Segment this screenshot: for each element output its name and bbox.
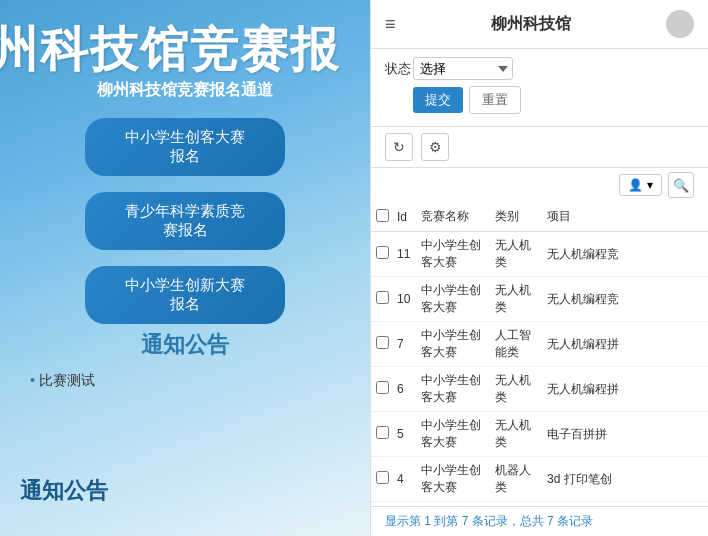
row-checkbox-cell: [371, 367, 393, 412]
pagination: 显示第 1 到第 7 条记录，总共 7 条记录: [371, 506, 708, 536]
row-id: 4: [393, 457, 417, 502]
table-row: 5 中小学生创客大赛 无人机类 电子百拼拼: [371, 412, 708, 457]
row-checkbox-2[interactable]: [376, 336, 389, 349]
register-buttons: 中小学生创客大赛报名 青少年科学素质竞赛报名 中小学生创新大赛报名: [0, 118, 370, 324]
row-id: 5: [393, 412, 417, 457]
avatar[interactable]: [666, 10, 694, 38]
submit-button[interactable]: 提交: [413, 87, 463, 113]
row-checkbox-4[interactable]: [376, 426, 389, 439]
person-icon: 👤: [628, 178, 643, 192]
row-name: 中小学生创客大赛: [417, 367, 491, 412]
right-panel: ≡ 柳州科技馆 状态 选择 提交 重置 ↻ ⚙ 👤 ▾: [370, 0, 708, 536]
row-checkbox-3[interactable]: [376, 381, 389, 394]
row-project: 无人机编程拼: [543, 367, 708, 412]
table-row: 6 中小学生创客大赛 无人机类 无人机编程拼: [371, 367, 708, 412]
search-row: 👤 ▾ 🔍: [371, 168, 708, 202]
col-id: Id: [393, 202, 417, 232]
row-checkbox-1[interactable]: [376, 291, 389, 304]
table-row: 11 中小学生创客大赛 无人机类 无人机编程竞: [371, 232, 708, 277]
row-checkbox-cell: [371, 412, 393, 457]
table-area: Id 竞赛名称 类别 项目 11 中小学生创客大赛 无人机类 无人机编程竞 10…: [371, 202, 708, 506]
row-id: 6: [393, 367, 417, 412]
row-checkbox-0[interactable]: [376, 246, 389, 259]
table-row: 10 中小学生创客大赛 无人机类 无人机编程竞: [371, 277, 708, 322]
table-header-row: Id 竞赛名称 类别 项目: [371, 202, 708, 232]
row-project: 无人机编程竞: [543, 232, 708, 277]
row-project: 无人机编程拼: [543, 322, 708, 367]
settings-icon: ⚙: [429, 139, 442, 155]
row-project: 3d 打印笔创: [543, 457, 708, 502]
menu-icon[interactable]: ≡: [385, 14, 396, 35]
data-table: Id 竞赛名称 类别 项目 11 中小学生创客大赛 无人机类 无人机编程竞 10…: [371, 202, 708, 506]
notice-item-0: 比赛测试: [30, 372, 95, 390]
row-name: 中小学生创客大赛: [417, 457, 491, 502]
right-header: ≡ 柳州科技馆: [371, 0, 708, 49]
status-select[interactable]: 选择: [413, 57, 513, 80]
btn-science-contest[interactable]: 青少年科学素质竞赛报名: [85, 192, 285, 250]
settings-button[interactable]: ⚙: [421, 133, 449, 161]
toolbar: ↻ ⚙: [371, 127, 708, 168]
search-icon: 🔍: [673, 178, 689, 193]
status-filter-row: 状态 选择: [385, 57, 694, 80]
row-checkbox-5[interactable]: [376, 471, 389, 484]
person-button[interactable]: 👤 ▾: [619, 174, 662, 196]
col-name: 竞赛名称: [417, 202, 491, 232]
row-name: 中小学生创客大赛: [417, 232, 491, 277]
bottom-notice-title: 通知公告: [20, 476, 108, 506]
notice-title: 通知公告: [0, 330, 370, 360]
left-panel: 州科技馆竞赛报 柳州科技馆竞赛报名通道 中小学生创客大赛报名 青少年科学素质竞赛…: [0, 0, 370, 536]
status-label: 状态: [385, 60, 413, 78]
row-checkbox-cell: [371, 277, 393, 322]
chevron-down-icon: ▾: [647, 178, 653, 192]
search-button[interactable]: 🔍: [668, 172, 694, 198]
row-name: 中小学生创客大赛: [417, 322, 491, 367]
header-title: 柳州科技馆: [491, 14, 571, 35]
filter-buttons-row: 提交 重置: [385, 86, 694, 114]
row-checkbox-cell: [371, 322, 393, 367]
table-row: 7 中小学生创客大赛 人工智能类 无人机编程拼: [371, 322, 708, 367]
btn-innovation-contest[interactable]: 中小学生创新大赛报名: [85, 266, 285, 324]
col-checkbox: [371, 202, 393, 232]
row-type: 无人机类: [491, 232, 543, 277]
col-type: 类别: [491, 202, 543, 232]
table-row: 4 中小学生创客大赛 机器人类 3d 打印笔创: [371, 457, 708, 502]
row-id: 7: [393, 322, 417, 367]
reset-button[interactable]: 重置: [469, 86, 521, 114]
row-project: 电子百拼拼: [543, 412, 708, 457]
col-project: 项目: [543, 202, 708, 232]
row-project: 无人机编程竞: [543, 277, 708, 322]
btn-creative-contest[interactable]: 中小学生创客大赛报名: [85, 118, 285, 176]
row-type: 无人机类: [491, 277, 543, 322]
row-checkbox-cell: [371, 457, 393, 502]
row-type: 机器人类: [491, 457, 543, 502]
refresh-icon: ↻: [393, 139, 405, 155]
select-all-checkbox[interactable]: [376, 209, 389, 222]
row-checkbox-cell: [371, 232, 393, 277]
subtitle: 柳州科技馆竞赛报名通道: [0, 80, 370, 101]
row-id: 10: [393, 277, 417, 322]
filter-area: 状态 选择 提交 重置: [371, 49, 708, 127]
row-type: 无人机类: [491, 412, 543, 457]
row-id: 11: [393, 232, 417, 277]
row-name: 中小学生创客大赛: [417, 277, 491, 322]
big-title: 州科技馆竞赛报: [0, 18, 340, 82]
refresh-button[interactable]: ↻: [385, 133, 413, 161]
row-type: 无人机类: [491, 367, 543, 412]
row-name: 中小学生创客大赛: [417, 412, 491, 457]
row-type: 人工智能类: [491, 322, 543, 367]
